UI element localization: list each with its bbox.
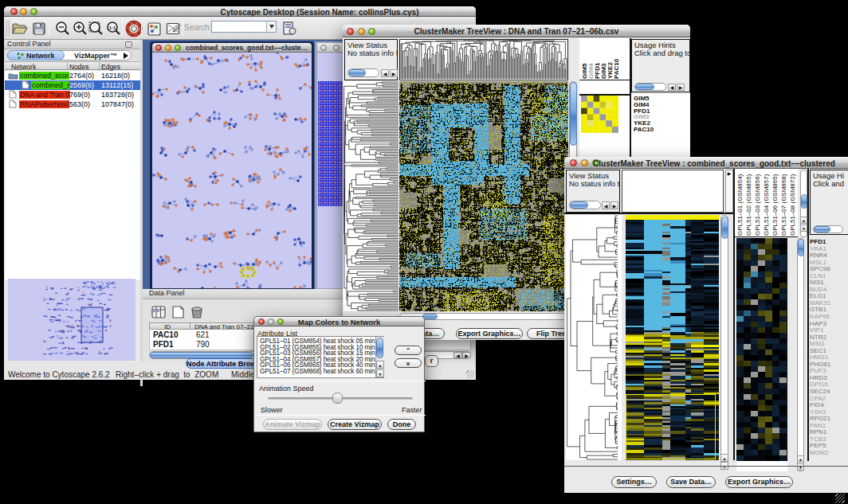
svg-text:1:1: 1:1 <box>109 25 116 30</box>
